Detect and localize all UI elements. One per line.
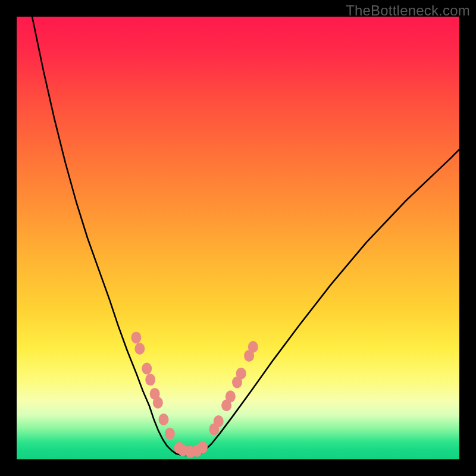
data-marker xyxy=(142,362,152,374)
data-marker xyxy=(165,428,175,440)
plot-area xyxy=(17,17,459,459)
data-marker xyxy=(248,341,258,353)
data-marker xyxy=(198,441,208,453)
data-marker xyxy=(236,368,246,380)
data-marker xyxy=(153,397,163,409)
chart-frame: TheBottleneck.com xyxy=(0,0,476,476)
data-marker xyxy=(145,374,155,386)
data-marker xyxy=(214,415,224,427)
curve-markers xyxy=(131,331,258,458)
data-marker xyxy=(226,390,236,402)
data-marker xyxy=(134,343,145,355)
data-marker xyxy=(131,331,141,343)
curve-right-branch xyxy=(202,149,459,452)
curve-lines xyxy=(32,17,459,455)
data-marker xyxy=(159,414,169,425)
chart-svg xyxy=(17,17,459,459)
